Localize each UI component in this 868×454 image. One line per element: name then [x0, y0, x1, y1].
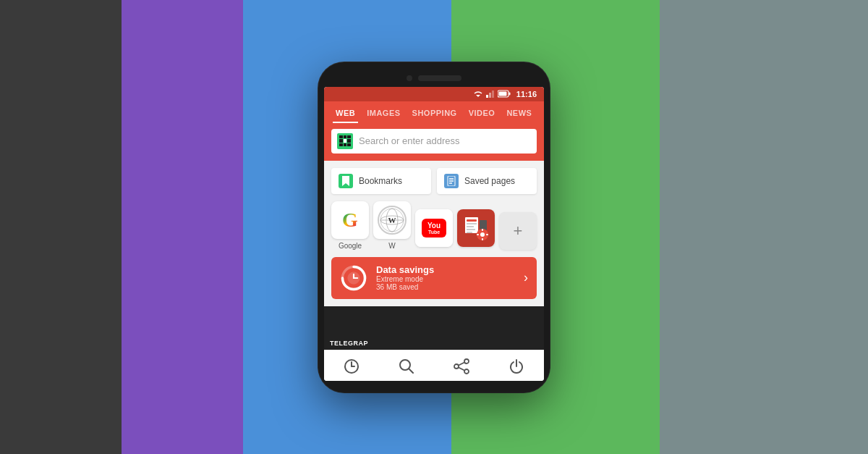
data-savings-arrow[interactable]: › [524, 270, 528, 285]
bg-strip-5 [660, 0, 868, 454]
svg-rect-22 [467, 229, 475, 230]
svg-rect-3 [492, 91, 494, 98]
saved-pages-icon [444, 174, 459, 188]
youtube-icon: You Tube [415, 209, 453, 247]
svg-rect-18 [480, 220, 487, 230]
svg-text:W: W [388, 216, 396, 224]
share-button[interactable] [453, 358, 470, 375]
svg-rect-1 [486, 95, 488, 98]
history-icon [344, 358, 359, 374]
wikipedia-icon-container: W [373, 201, 411, 239]
power-button[interactable] [508, 358, 525, 375]
google-label: Google [339, 242, 362, 250]
history-button[interactable] [343, 358, 360, 375]
search-placeholder: Search or enter address [359, 135, 531, 146]
data-savings-icon [340, 264, 367, 292]
svg-rect-20 [467, 223, 477, 224]
tab-video[interactable]: VIDEO [463, 101, 501, 123]
search-button[interactable] [398, 358, 415, 375]
google-icon: G [342, 209, 358, 232]
phone-notch [324, 71, 544, 87]
data-savings-banner[interactable]: Data savings Extreme mode 36 MB saved › [331, 257, 537, 299]
thumbnail-label: TELEGRAP [330, 340, 368, 347]
svg-line-36 [409, 369, 413, 373]
nav-tabs: WEB IMAGES SHOPPING VIDEO NEWS [324, 101, 544, 123]
speed-dial-youtube[interactable]: You Tube [415, 209, 453, 250]
add-dial-icon: + [499, 212, 537, 250]
svg-rect-28 [477, 234, 479, 235]
data-savings-subtitle: Extreme mode [376, 275, 515, 283]
content-area: Bookmarks Saved pages [324, 161, 544, 306]
svg-rect-23 [467, 232, 472, 233]
opera-news-icon [462, 214, 490, 242]
youtube-icon-container: You Tube [415, 209, 453, 247]
status-time: 11:16 [516, 90, 537, 98]
wikipedia-label: W [388, 242, 395, 250]
svg-rect-29 [486, 234, 488, 235]
data-savings-text: Data savings Extreme mode 36 MB saved [376, 264, 515, 291]
tab-web[interactable]: WEB [330, 101, 361, 123]
tab-news[interactable]: NEWS [501, 101, 537, 123]
svg-point-37 [464, 359, 469, 363]
svg-rect-2 [489, 93, 491, 98]
bookmarks-row: Bookmarks Saved pages [331, 168, 537, 194]
phone-camera [407, 75, 412, 81]
speed-dials-row: G Google [331, 201, 537, 250]
bg-strip-2 [122, 0, 243, 454]
svg-line-41 [459, 367, 464, 370]
opera-news-icon-container [457, 209, 495, 247]
svg-rect-5 [509, 93, 510, 96]
search-bar-wrapper: Search or enter address [324, 123, 544, 161]
search-icon [399, 358, 414, 374]
svg-rect-27 [482, 238, 483, 240]
speed-dial-google[interactable]: G Google [331, 201, 369, 250]
svg-rect-6 [498, 92, 506, 96]
search-bar[interactable]: Search or enter address [331, 129, 537, 154]
bookmarks-button[interactable]: Bookmarks [331, 168, 431, 194]
svg-point-25 [480, 232, 485, 237]
phone-speaker [418, 75, 461, 81]
svg-point-39 [464, 369, 469, 374]
bg-strip-1 [0, 0, 122, 454]
battery-icon [498, 90, 511, 98]
share-icon [454, 358, 469, 374]
qr-icon [337, 133, 353, 149]
power-icon [509, 358, 524, 374]
saved-pages-button[interactable]: Saved pages [437, 168, 537, 194]
status-icons: 11:16 [473, 90, 537, 98]
svg-point-38 [454, 364, 459, 369]
data-savings-saved: 36 MB saved [376, 283, 515, 291]
google-icon-container: G [331, 201, 369, 239]
svg-rect-21 [467, 226, 474, 227]
svg-rect-19 [467, 219, 477, 222]
wifi-icon [473, 90, 483, 98]
svg-marker-0 [476, 95, 480, 97]
signal-icon [486, 90, 495, 98]
bookmark-icon [339, 174, 353, 188]
speed-dial-opera-news[interactable] [457, 209, 495, 250]
speed-dial-wikipedia[interactable]: W W [373, 201, 411, 250]
wikipedia-icon: W [378, 206, 407, 235]
tab-shopping[interactable]: SHOPPING [407, 101, 463, 123]
phone: 11:16 WEB IMAGES SHOPPING VIDEO NEWS [318, 62, 550, 392]
tab-images[interactable]: IMAGES [361, 101, 406, 123]
speed-dial-add[interactable]: + [499, 212, 537, 250]
svg-rect-26 [482, 229, 483, 231]
phone-screen: 11:16 WEB IMAGES SHOPPING VIDEO NEWS [324, 87, 544, 381]
status-bar: 11:16 [324, 87, 544, 101]
thumbnail-strip: TELEGRAP [324, 306, 544, 350]
data-savings-title: Data savings [376, 264, 515, 275]
phone-wrapper: 11:16 WEB IMAGES SHOPPING VIDEO NEWS [318, 62, 550, 392]
bottom-nav [324, 350, 544, 381]
svg-line-40 [459, 362, 464, 365]
